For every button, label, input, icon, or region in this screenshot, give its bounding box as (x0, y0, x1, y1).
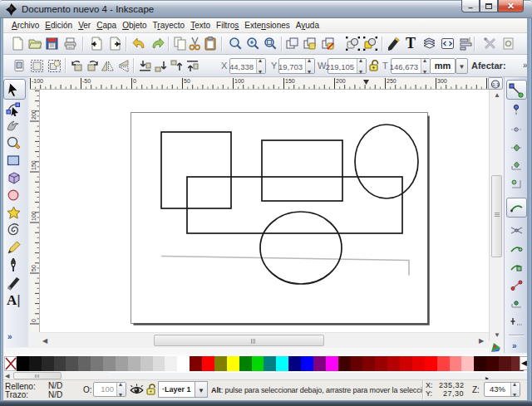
svg-text:0: 0 (31, 319, 37, 322)
svg-text:300: 300 (437, 78, 447, 84)
svg-text:200: 200 (336, 78, 346, 84)
svg-text:150: 150 (285, 78, 295, 84)
svg-text:50: 50 (184, 78, 190, 84)
svg-text:50: 50 (31, 265, 37, 271)
svg-text:0: 0 (133, 78, 136, 84)
svg-text:-50: -50 (82, 78, 91, 84)
svg-text:100: 100 (234, 78, 244, 84)
svg-text:250: 250 (387, 78, 397, 84)
svg-text:1:1: 1:1 (492, 82, 500, 87)
svg-text:-100: -100 (32, 78, 43, 84)
